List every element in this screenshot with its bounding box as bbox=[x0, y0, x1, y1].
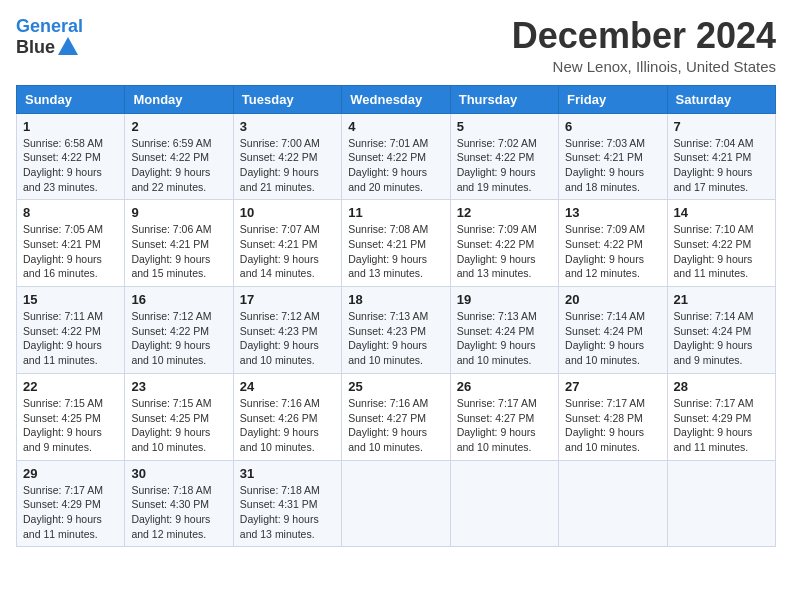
day-info: Sunrise: 7:04 AMSunset: 4:21 PMDaylight:… bbox=[674, 136, 769, 195]
day-info: Sunrise: 7:07 AMSunset: 4:21 PMDaylight:… bbox=[240, 222, 335, 281]
day-number: 2 bbox=[131, 119, 226, 134]
day-number: 12 bbox=[457, 205, 552, 220]
day-info: Sunrise: 7:17 AMSunset: 4:29 PMDaylight:… bbox=[23, 483, 118, 542]
day-info: Sunrise: 7:16 AMSunset: 4:27 PMDaylight:… bbox=[348, 396, 443, 455]
day-number: 21 bbox=[674, 292, 769, 307]
day-info: Sunrise: 7:17 AMSunset: 4:27 PMDaylight:… bbox=[457, 396, 552, 455]
day-info: Sunrise: 7:17 AMSunset: 4:28 PMDaylight:… bbox=[565, 396, 660, 455]
day-number: 26 bbox=[457, 379, 552, 394]
table-row: 14 Sunrise: 7:10 AMSunset: 4:22 PMDaylig… bbox=[667, 200, 775, 287]
day-number: 19 bbox=[457, 292, 552, 307]
day-number: 15 bbox=[23, 292, 118, 307]
table-row: 9 Sunrise: 7:06 AMSunset: 4:21 PMDayligh… bbox=[125, 200, 233, 287]
table-row: 17 Sunrise: 7:12 AMSunset: 4:23 PMDaylig… bbox=[233, 287, 341, 374]
day-number: 20 bbox=[565, 292, 660, 307]
day-info: Sunrise: 7:06 AMSunset: 4:21 PMDaylight:… bbox=[131, 222, 226, 281]
day-number: 11 bbox=[348, 205, 443, 220]
day-number: 1 bbox=[23, 119, 118, 134]
table-row: 20 Sunrise: 7:14 AMSunset: 4:24 PMDaylig… bbox=[559, 287, 667, 374]
table-row: 22 Sunrise: 7:15 AMSunset: 4:25 PMDaylig… bbox=[17, 373, 125, 460]
table-row: 4 Sunrise: 7:01 AMSunset: 4:22 PMDayligh… bbox=[342, 113, 450, 200]
header-tuesday: Tuesday bbox=[233, 85, 341, 113]
day-number: 17 bbox=[240, 292, 335, 307]
day-info: Sunrise: 7:09 AMSunset: 4:22 PMDaylight:… bbox=[565, 222, 660, 281]
table-row: 11 Sunrise: 7:08 AMSunset: 4:21 PMDaylig… bbox=[342, 200, 450, 287]
table-row: 16 Sunrise: 7:12 AMSunset: 4:22 PMDaylig… bbox=[125, 287, 233, 374]
header-thursday: Thursday bbox=[450, 85, 558, 113]
table-row bbox=[342, 460, 450, 547]
table-row: 12 Sunrise: 7:09 AMSunset: 4:22 PMDaylig… bbox=[450, 200, 558, 287]
day-info: Sunrise: 7:03 AMSunset: 4:21 PMDaylight:… bbox=[565, 136, 660, 195]
day-info: Sunrise: 7:02 AMSunset: 4:22 PMDaylight:… bbox=[457, 136, 552, 195]
logo-blue-text: Blue bbox=[16, 37, 55, 58]
day-info: Sunrise: 7:11 AMSunset: 4:22 PMDaylight:… bbox=[23, 309, 118, 368]
day-number: 25 bbox=[348, 379, 443, 394]
month-year-title: December 2024 bbox=[512, 16, 776, 56]
day-info: Sunrise: 7:14 AMSunset: 4:24 PMDaylight:… bbox=[565, 309, 660, 368]
header-friday: Friday bbox=[559, 85, 667, 113]
day-number: 4 bbox=[348, 119, 443, 134]
header-monday: Monday bbox=[125, 85, 233, 113]
day-number: 27 bbox=[565, 379, 660, 394]
day-info: Sunrise: 7:12 AMSunset: 4:23 PMDaylight:… bbox=[240, 309, 335, 368]
header-sunday: Sunday bbox=[17, 85, 125, 113]
day-info: Sunrise: 7:01 AMSunset: 4:22 PMDaylight:… bbox=[348, 136, 443, 195]
page-header: General Blue December 2024 New Lenox, Il… bbox=[16, 16, 776, 75]
table-row: 27 Sunrise: 7:17 AMSunset: 4:28 PMDaylig… bbox=[559, 373, 667, 460]
day-number: 28 bbox=[674, 379, 769, 394]
day-number: 7 bbox=[674, 119, 769, 134]
day-info: Sunrise: 7:05 AMSunset: 4:21 PMDaylight:… bbox=[23, 222, 118, 281]
day-info: Sunrise: 7:18 AMSunset: 4:31 PMDaylight:… bbox=[240, 483, 335, 542]
table-row: 23 Sunrise: 7:15 AMSunset: 4:25 PMDaylig… bbox=[125, 373, 233, 460]
day-number: 6 bbox=[565, 119, 660, 134]
table-row bbox=[667, 460, 775, 547]
logo-triangle-icon bbox=[58, 37, 78, 55]
day-info: Sunrise: 7:14 AMSunset: 4:24 PMDaylight:… bbox=[674, 309, 769, 368]
day-number: 30 bbox=[131, 466, 226, 481]
day-info: Sunrise: 6:59 AMSunset: 4:22 PMDaylight:… bbox=[131, 136, 226, 195]
table-row: 24 Sunrise: 7:16 AMSunset: 4:26 PMDaylig… bbox=[233, 373, 341, 460]
day-info: Sunrise: 7:10 AMSunset: 4:22 PMDaylight:… bbox=[674, 222, 769, 281]
table-row: 15 Sunrise: 7:11 AMSunset: 4:22 PMDaylig… bbox=[17, 287, 125, 374]
table-row: 26 Sunrise: 7:17 AMSunset: 4:27 PMDaylig… bbox=[450, 373, 558, 460]
day-info: Sunrise: 6:58 AMSunset: 4:22 PMDaylight:… bbox=[23, 136, 118, 195]
day-number: 24 bbox=[240, 379, 335, 394]
calendar-body: 1 Sunrise: 6:58 AMSunset: 4:22 PMDayligh… bbox=[17, 113, 776, 547]
header-wednesday: Wednesday bbox=[342, 85, 450, 113]
day-number: 16 bbox=[131, 292, 226, 307]
table-row bbox=[559, 460, 667, 547]
day-info: Sunrise: 7:12 AMSunset: 4:22 PMDaylight:… bbox=[131, 309, 226, 368]
day-number: 13 bbox=[565, 205, 660, 220]
day-number: 14 bbox=[674, 205, 769, 220]
table-row: 1 Sunrise: 6:58 AMSunset: 4:22 PMDayligh… bbox=[17, 113, 125, 200]
day-info: Sunrise: 7:13 AMSunset: 4:23 PMDaylight:… bbox=[348, 309, 443, 368]
day-number: 10 bbox=[240, 205, 335, 220]
header-saturday: Saturday bbox=[667, 85, 775, 113]
table-row: 2 Sunrise: 6:59 AMSunset: 4:22 PMDayligh… bbox=[125, 113, 233, 200]
table-row: 21 Sunrise: 7:14 AMSunset: 4:24 PMDaylig… bbox=[667, 287, 775, 374]
table-row: 18 Sunrise: 7:13 AMSunset: 4:23 PMDaylig… bbox=[342, 287, 450, 374]
day-number: 8 bbox=[23, 205, 118, 220]
table-row: 25 Sunrise: 7:16 AMSunset: 4:27 PMDaylig… bbox=[342, 373, 450, 460]
table-row bbox=[450, 460, 558, 547]
day-info: Sunrise: 7:18 AMSunset: 4:30 PMDaylight:… bbox=[131, 483, 226, 542]
day-number: 9 bbox=[131, 205, 226, 220]
table-row: 29 Sunrise: 7:17 AMSunset: 4:29 PMDaylig… bbox=[17, 460, 125, 547]
day-number: 5 bbox=[457, 119, 552, 134]
table-row: 7 Sunrise: 7:04 AMSunset: 4:21 PMDayligh… bbox=[667, 113, 775, 200]
table-row: 6 Sunrise: 7:03 AMSunset: 4:21 PMDayligh… bbox=[559, 113, 667, 200]
day-info: Sunrise: 7:08 AMSunset: 4:21 PMDaylight:… bbox=[348, 222, 443, 281]
table-row: 8 Sunrise: 7:05 AMSunset: 4:21 PMDayligh… bbox=[17, 200, 125, 287]
logo: General Blue bbox=[16, 16, 83, 58]
table-row: 28 Sunrise: 7:17 AMSunset: 4:29 PMDaylig… bbox=[667, 373, 775, 460]
table-row: 10 Sunrise: 7:07 AMSunset: 4:21 PMDaylig… bbox=[233, 200, 341, 287]
day-number: 29 bbox=[23, 466, 118, 481]
day-info: Sunrise: 7:17 AMSunset: 4:29 PMDaylight:… bbox=[674, 396, 769, 455]
day-info: Sunrise: 7:15 AMSunset: 4:25 PMDaylight:… bbox=[23, 396, 118, 455]
day-info: Sunrise: 7:09 AMSunset: 4:22 PMDaylight:… bbox=[457, 222, 552, 281]
table-row: 5 Sunrise: 7:02 AMSunset: 4:22 PMDayligh… bbox=[450, 113, 558, 200]
calendar-header: Sunday Monday Tuesday Wednesday Thursday… bbox=[17, 85, 776, 113]
day-info: Sunrise: 7:13 AMSunset: 4:24 PMDaylight:… bbox=[457, 309, 552, 368]
location-subtitle: New Lenox, Illinois, United States bbox=[512, 58, 776, 75]
table-row: 30 Sunrise: 7:18 AMSunset: 4:30 PMDaylig… bbox=[125, 460, 233, 547]
